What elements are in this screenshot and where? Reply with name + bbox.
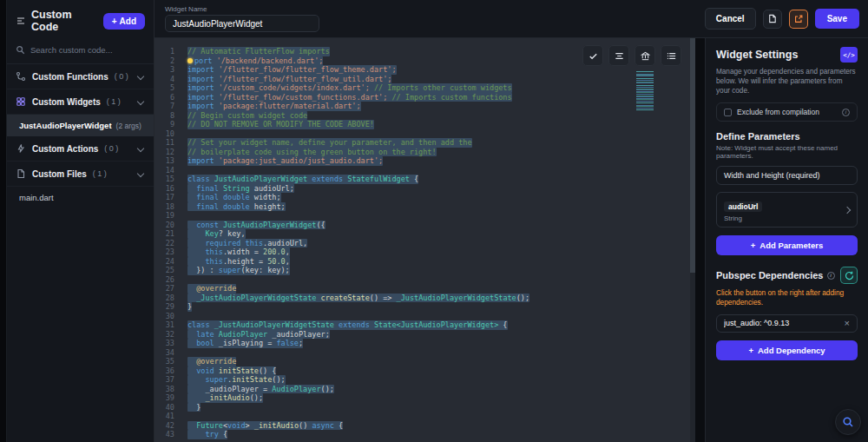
parameter-name: audioUrl <box>724 201 762 212</box>
code-line[interactable] <box>187 312 695 321</box>
code-line[interactable]: // boilerplate code using the green butt… <box>187 148 695 157</box>
code-line[interactable]: import 'package:just_audio/just_audio.da… <box>187 156 695 166</box>
code-line[interactable]: // DO NOT REMOVE OR MODIFY THE CODE ABOV… <box>187 120 695 129</box>
code-line[interactable]: @override <box>187 357 695 366</box>
line-number: 35 <box>155 357 174 366</box>
lightbulb-icon[interactable] <box>187 58 193 63</box>
dependency-input[interactable] <box>724 319 845 327</box>
code-line[interactable] <box>187 275 695 285</box>
chevron-right-icon <box>844 206 851 213</box>
code-line[interactable]: late AudioPlayer _audioPlayer; <box>187 330 695 340</box>
refresh-icon <box>845 271 854 280</box>
code-line[interactable]: Future<void> _initAudio() async { <box>187 421 695 431</box>
sidebar-item-label: Custom Widgets <box>32 97 101 107</box>
code-line[interactable]: }) : super(key: key); <box>187 266 695 275</box>
sidebar-item-custom-functions[interactable]: Custom Functions ( 0 ) <box>7 64 154 89</box>
line-number: 5 <box>155 83 174 93</box>
code-line[interactable]: import 'package:flutter/material.dart'; <box>187 102 695 111</box>
save-button[interactable]: Save <box>815 9 859 29</box>
code-line[interactable]: _JustAudioPlayerWidgetState createState(… <box>187 294 695 303</box>
line-number: 18 <box>155 202 174 212</box>
code-line[interactable]: required this.audioUrl, <box>187 239 695 248</box>
panel-description: Manage your dependencies and parameters … <box>716 67 858 96</box>
format-code-button[interactable] <box>608 45 629 66</box>
code-line[interactable] <box>187 166 695 175</box>
sidebar-item-count: ( 1 ) <box>93 169 132 178</box>
widget-settings-panel: Widget Settings </> Manage your dependen… <box>705 38 868 442</box>
add-parameters-button[interactable]: +Add Parameters <box>716 235 858 255</box>
add-dependency-button[interactable]: +Add Dependency <box>716 340 858 360</box>
code-line[interactable]: class JustAudioPlayerWidget extends Stat… <box>187 175 695 184</box>
line-number: 12 <box>155 148 174 157</box>
code-line[interactable]: this.height = 50.0, <box>187 257 695 267</box>
cancel-button[interactable]: Cancel <box>705 8 756 30</box>
code-line[interactable]: } <box>187 403 695 412</box>
code-line[interactable]: class _JustAudioPlayerWidgetState extend… <box>187 320 695 330</box>
line-number: 33 <box>155 339 174 348</box>
plus-icon: + <box>748 346 753 355</box>
code-line[interactable]: // Set your widget name, define your par… <box>187 138 695 148</box>
code-line[interactable]: @override <box>187 284 695 294</box>
exclude-compilation-row[interactable]: Exclude from compilation i <box>716 102 858 122</box>
code-line[interactable]: final double height; <box>187 202 695 212</box>
code-line[interactable]: import '/flutter_flow/custom_functions.d… <box>187 93 695 102</box>
code-editor[interactable]: 1234567891011121314151617181920212223242… <box>155 38 695 442</box>
code-line[interactable] <box>187 412 695 421</box>
sidebar-item-custom-files[interactable]: Custom Files ( 1 ) <box>7 162 154 187</box>
code-lines[interactable]: // Automatic FlutterFlow importsport '/b… <box>182 47 695 442</box>
clear-dependency-icon[interactable]: × <box>845 319 850 328</box>
line-number: 28 <box>155 294 174 303</box>
add-button[interactable]: +Add <box>103 13 145 30</box>
code-line[interactable] <box>187 348 695 358</box>
code-line[interactable]: this.width = 200.0, <box>187 247 695 257</box>
line-number: 32 <box>155 330 174 340</box>
code-line[interactable]: try { <box>187 430 695 439</box>
code-line[interactable]: import '/flutter_flow/flutter_flow_util.… <box>187 75 695 84</box>
code-line[interactable]: final String audioUrl; <box>187 184 695 194</box>
code-line[interactable]: final double width; <box>187 193 695 202</box>
boilerplate-button[interactable] <box>635 45 655 66</box>
code-line[interactable]: import '/flutter_flow/flutter_flow_theme… <box>187 65 695 75</box>
info-icon[interactable]: i <box>842 109 850 116</box>
search-input[interactable] <box>30 45 135 55</box>
parameter-card[interactable]: audioUrl String <box>716 192 858 228</box>
line-number: 3 <box>155 65 174 75</box>
sidebar-item-count: ( 0 ) <box>104 144 132 153</box>
refresh-dependencies-button[interactable] <box>840 267 858 284</box>
code-line[interactable]: _initAudio(); <box>187 393 695 403</box>
view-code-button[interactable]: </> <box>840 47 858 63</box>
list-icon <box>666 50 677 62</box>
code-line[interactable]: // Begin custom widget code <box>187 111 695 121</box>
code-line[interactable]: Key? key, <box>187 229 695 239</box>
code-line[interactable]: const JustAudioPlayerWidget({ <box>187 221 695 230</box>
line-number: 42 <box>155 421 174 431</box>
search-icon <box>842 416 854 428</box>
widget-name-input[interactable] <box>165 15 319 32</box>
floating-search-button[interactable] <box>835 409 861 435</box>
line-number: 9 <box>155 120 174 129</box>
size-parameters-field[interactable]: Width and Height (required) <box>716 166 858 185</box>
editor-scrollbar[interactable] <box>690 38 695 442</box>
code-line[interactable]: super.initState(); <box>187 375 695 385</box>
widget-list-item[interactable]: JustAudioPlayerWidget (2 args) <box>7 115 154 136</box>
info-icon[interactable]: i <box>827 272 835 280</box>
file-list-item[interactable]: main.dart <box>7 187 154 208</box>
export-code-button[interactable] <box>763 10 782 29</box>
sidebar-item-custom-actions[interactable]: Custom Actions ( 0 ) <box>7 136 154 162</box>
code-line[interactable]: } <box>187 302 695 312</box>
pubspec-title: Pubspec Dependenciesi <box>716 270 835 280</box>
sidebar-item-count: ( 0 ) <box>115 72 132 81</box>
code-line[interactable]: import '/custom_code/widgets/index.dart'… <box>187 83 695 93</box>
code-line[interactable]: void initState() { <box>187 366 695 376</box>
code-line[interactable] <box>187 129 695 139</box>
sidebar-item-custom-widgets[interactable]: Custom Widgets ( 1 ) <box>7 89 154 115</box>
minimap[interactable] <box>636 71 654 112</box>
exclude-compilation-checkbox[interactable] <box>724 109 732 116</box>
open-in-new-button[interactable] <box>789 10 808 29</box>
code-line[interactable] <box>187 211 695 221</box>
code-line[interactable]: _audioPlayer = AudioPlayer(); <box>187 385 695 394</box>
scrollbar-thumb[interactable] <box>690 38 695 273</box>
docs-button[interactable] <box>661 45 681 66</box>
code-line[interactable]: bool _isPlaying = false; <box>187 339 695 348</box>
check-code-button[interactable] <box>582 45 603 66</box>
